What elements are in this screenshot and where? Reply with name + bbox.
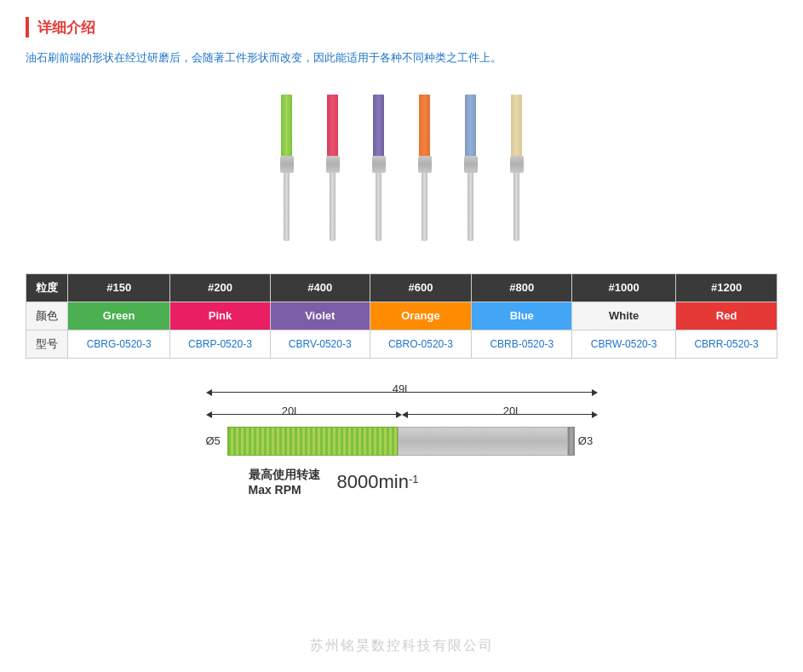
tool-shaft-blue — [467, 173, 473, 241]
col-header-6: #1000 — [572, 273, 676, 302]
label-20L-left: 20L — [282, 405, 301, 417]
dim-20L-left-line — [206, 411, 402, 418]
tool-connector-pink — [326, 156, 340, 173]
line-20L-left — [212, 414, 396, 415]
tool-blue — [464, 95, 478, 241]
table-header-row: 粒度 #150 #200 #400 #600 #800 #1000 #1200 — [26, 273, 777, 302]
model-row-label: 型号 — [26, 330, 68, 358]
model-pink-cell: CBRP-0520-3 — [170, 330, 271, 358]
arrow-right-20L-left — [396, 411, 402, 418]
tool-shaft-white — [513, 173, 519, 241]
tool-white — [510, 95, 524, 241]
rpm-section: 最高使用转速 Max RPM 8000min-1 — [181, 468, 623, 497]
tool-end-cap — [568, 427, 575, 456]
tool-top-orange — [419, 95, 430, 156]
model-blue-cell: CBRB-0520-3 — [472, 330, 572, 358]
tool-shaft-violet — [376, 173, 381, 241]
color-orange-cell: Orange — [370, 302, 472, 330]
tool-green — [280, 95, 294, 241]
arrow-right-20L-right — [592, 411, 598, 418]
model-violet-cell: CBRV-0520-3 — [270, 330, 370, 358]
col-header-2: #200 — [170, 273, 271, 302]
color-violet-cell: Violet — [270, 302, 370, 330]
color-white-cell: White — [572, 302, 676, 330]
rpm-label-english: Max RPM — [249, 483, 320, 497]
tool-top-blue — [465, 95, 476, 156]
tool-body-green — [227, 427, 398, 456]
model-red-cell: CBRR-0520-3 — [676, 330, 777, 358]
model-row: 型号 CBRG-0520-3 CBRP-0520-3 CBRV-0520-3 C… — [26, 330, 777, 358]
dim-49L-row: 49L — [181, 382, 623, 403]
line-20L-right — [408, 414, 592, 415]
color-pink-cell: Pink — [170, 302, 271, 330]
diagram-section: 49L 20L 20L Ø5 — [26, 382, 777, 497]
d5-label: Ø5 — [206, 434, 221, 447]
tool-top-pink — [327, 95, 338, 156]
col-header-7: #1200 — [676, 273, 777, 302]
model-green-cell: CBRG-0520-3 — [68, 330, 170, 358]
tool-orange — [418, 95, 432, 241]
rpm-value-area: 8000min-1 — [337, 471, 419, 493]
section-title: 详细介绍 — [37, 18, 95, 37]
rpm-exponent: -1 — [409, 472, 419, 485]
label-49L: 49L — [393, 382, 411, 395]
tool-connector-blue — [464, 156, 478, 173]
model-white-cell: CBRW-0520-3 — [572, 330, 676, 358]
col-header-5: #800 — [472, 273, 572, 302]
arrow-right-49L — [592, 389, 598, 396]
footer-watermark: 苏州铭昊数控科技有限公司 — [310, 637, 494, 655]
tool-top-violet — [373, 95, 384, 156]
col-header-1: #150 — [68, 273, 170, 302]
color-row: 颜色 Green Pink Violet Orange Blue White R… — [26, 302, 777, 330]
color-row-label: 颜色 — [26, 302, 68, 330]
color-green-cell: Green — [68, 302, 170, 330]
spec-table: 粒度 #150 #200 #400 #600 #800 #1000 #1200 … — [26, 273, 777, 359]
dim-20L-right-line — [402, 411, 598, 418]
color-red-cell: Red — [676, 302, 777, 330]
left-border-decoration — [26, 17, 29, 37]
d3-label: Ø3 — [578, 434, 593, 447]
tool-connector-violet — [372, 156, 386, 173]
col-header-3: #400 — [270, 273, 370, 302]
arrow-left-20L — [206, 411, 212, 418]
tool-body-gray — [398, 427, 568, 456]
tool-shaft-green — [284, 173, 290, 241]
rpm-label-chinese: 最高使用转速 — [249, 468, 320, 483]
tool-connector-orange — [418, 156, 432, 173]
col-header-0: 粒度 — [26, 273, 68, 302]
tool-pink — [326, 95, 340, 241]
dimension-wrapper: 49L 20L 20L Ø5 — [181, 382, 623, 497]
tool-connector-green — [280, 156, 294, 173]
model-orange-cell: CBRO-0520-3 — [370, 330, 472, 358]
tool-shaft-orange — [422, 173, 427, 241]
col-header-4: #600 — [370, 273, 472, 302]
rpm-value: 8000min — [337, 471, 409, 492]
tool-body-diagram: Ø5 Ø3 — [181, 427, 623, 456]
label-20L-right: 20L — [503, 405, 522, 417]
description-text: 油石刷前端的形状在经过研磨后，会随著工件形状而改变，因此能适用于各种不同种类之工… — [26, 49, 777, 67]
tool-connector-white — [510, 156, 524, 173]
tool-violet — [372, 95, 386, 241]
arrow-left-20L-right — [402, 411, 408, 418]
rpm-labels: 最高使用转速 Max RPM — [249, 468, 320, 497]
header-section: 详细介绍 — [26, 17, 777, 37]
dim-20L-row: 20L 20L — [181, 405, 623, 425]
tool-top-white — [511, 95, 522, 156]
arrow-left-49L — [206, 389, 212, 396]
color-blue-cell: Blue — [472, 302, 572, 330]
tool-top-green — [281, 95, 292, 156]
tools-image-area — [26, 86, 777, 250]
tool-shaft-pink — [330, 173, 336, 241]
